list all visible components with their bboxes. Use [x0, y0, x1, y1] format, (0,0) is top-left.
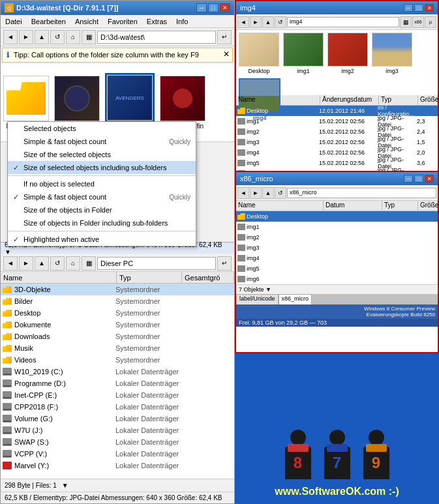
info-close-button[interactable]: ✕: [223, 50, 230, 59]
go-button[interactable]: ↵: [217, 30, 232, 44]
rcol-size[interactable]: Größe: [418, 95, 438, 105]
menu-bearbeiten[interactable]: Bearbeiten: [29, 17, 68, 26]
fwd-btn-2[interactable]: ►: [19, 256, 33, 271]
table-row[interactable]: VCPP (V:) Lokaler Datenträger: [1, 448, 234, 460]
rcol2-date[interactable]: Datum: [324, 201, 382, 211]
drive-icon: [2, 437, 12, 447]
file-icon-small: [237, 160, 245, 166]
folder-icon: [2, 343, 12, 353]
home-btn-2[interactable]: ⌂: [66, 256, 80, 271]
rb-fwd[interactable]: ►: [250, 16, 262, 28]
close-btn[interactable]: ✕: [425, 4, 434, 12]
table-row[interactable]: Videos Systemordner: [1, 354, 234, 366]
list-item[interactable]: Desktop: [236, 211, 438, 222]
table-row[interactable]: Programme (D:) Lokaler Datenträger: [1, 378, 234, 389]
rb2-fwd[interactable]: ►: [250, 187, 262, 199]
forward-button[interactable]: ►: [19, 30, 33, 44]
max-btn-2[interactable]: □: [414, 175, 423, 183]
rb-up[interactable]: ▲: [262, 16, 274, 28]
table-row[interactable]: CPP2018 (F:) Lokaler Datenträger: [1, 401, 234, 413]
menu-info[interactable]: Info: [174, 17, 190, 26]
img-desktop-item[interactable]: Desktop: [239, 33, 279, 74]
refresh-button[interactable]: ↺: [50, 30, 65, 44]
img2-item[interactable]: img2: [327, 33, 368, 74]
table-row[interactable]: 3D-Objekte Systemordner: [1, 284, 234, 295]
rb-micro[interactable]: μ: [425, 16, 436, 28]
ctx-size-selected-sub[interactable]: Size of selected objects including sub-f…: [8, 161, 196, 174]
rb2-back[interactable]: ◄: [237, 187, 249, 199]
file-type: Systemordner: [115, 297, 181, 305]
close-button[interactable]: ✕: [220, 3, 230, 12]
list-item[interactable]: img2: [236, 232, 438, 243]
ctx-size-folder-sub[interactable]: Size of objects in Folder including sub-…: [8, 216, 196, 230]
rcol2-type[interactable]: Typ: [382, 201, 418, 211]
rb-address[interactable]: img4: [287, 17, 399, 27]
table-row[interactable]: Musik Systemordner: [1, 342, 234, 354]
rb-x86[interactable]: x86: [412, 16, 424, 28]
home-button[interactable]: ⌂: [66, 30, 80, 44]
min-btn[interactable]: ─: [404, 4, 413, 12]
maximize-button[interactable]: □: [208, 3, 219, 12]
menu-ansicht[interactable]: Ansicht: [73, 17, 100, 26]
table-row[interactable]: Volume (G:) Lokaler Datenträger: [1, 413, 234, 424]
ctx-simple-fast-count[interactable]: Simple & fast object count Quickly: [8, 135, 196, 148]
back-btn-2[interactable]: ◄: [3, 256, 18, 271]
close-btn-2[interactable]: ✕: [425, 175, 434, 183]
ctx-selected-objects[interactable]: Selected objects: [8, 122, 196, 135]
tab-label-2[interactable]: label/Unicode: [236, 294, 279, 304]
table-row[interactable]: W7U (J:) Lokaler Datenträger: [1, 424, 234, 436]
list-item[interactable]: img5: [236, 263, 438, 274]
col-header-total[interactable]: Gesamtgrö: [182, 272, 234, 283]
rcol2-name[interactable]: Name: [236, 201, 324, 211]
table-row[interactable]: Marvel (Y:) Lokaler Datenträger: [1, 460, 234, 471]
dropdown-arrow[interactable]: ▼: [62, 482, 68, 489]
rcol-type[interactable]: Typ: [379, 95, 418, 105]
table-row[interactable]: Downloads Systemordner: [1, 331, 234, 342]
img3-item[interactable]: img3: [372, 33, 412, 74]
back-button[interactable]: ◄: [3, 30, 18, 44]
table-row[interactable]: Bilder Systemordner: [1, 295, 234, 307]
table-row[interactable]: Inet-CPP (E:) Lokaler Datenträger: [1, 389, 234, 401]
rcol-name[interactable]: Name: [236, 95, 320, 105]
view-btn-2[interactable]: ▦: [82, 256, 96, 271]
col-header-name[interactable]: Name: [1, 272, 117, 283]
table-row[interactable]: SWAP (S:) Lokaler Datenträger: [1, 436, 234, 448]
min-btn-2[interactable]: ─: [404, 175, 413, 183]
rb-view[interactable]: ▦: [400, 16, 412, 28]
rb-back[interactable]: ◄: [237, 16, 249, 28]
minimize-button[interactable]: ─: [196, 3, 207, 12]
max-btn[interactable]: □: [414, 4, 423, 12]
figure-head-2: [329, 430, 345, 445]
address-bar[interactable]: D:\3d-wa\test\: [97, 31, 216, 44]
up-btn-2[interactable]: ▲: [35, 256, 49, 271]
rcol-date[interactable]: Änderungsdatum: [320, 95, 379, 105]
rb2-up[interactable]: ▲: [262, 187, 274, 199]
menu-favoriten[interactable]: Favoriten: [106, 17, 140, 26]
menu-extras[interactable]: Extras: [145, 17, 169, 26]
img1-item[interactable]: img1: [283, 33, 324, 74]
menu-datei[interactable]: Datei: [3, 17, 24, 26]
ctx-size-in-folder[interactable]: Size of the objects in Folder: [8, 203, 196, 216]
ctx-simple-fast-2[interactable]: Simple & fast object count Quickly: [8, 190, 196, 203]
list-item[interactable]: img3: [236, 243, 438, 253]
col-header-type[interactable]: Typ: [117, 272, 182, 283]
tab-x86-2[interactable]: x86_micro: [279, 294, 312, 304]
table-row[interactable]: Dokumente Systemordner: [1, 319, 234, 331]
rb2-address[interactable]: x86_micro: [287, 188, 436, 198]
ctx-size-selected[interactable]: Size of the selected objects: [8, 148, 196, 161]
ctx-highlighted[interactable]: Highlighted when active: [8, 233, 196, 246]
table-row[interactable]: W10_2019 (C:) Lokaler Datenträger: [1, 366, 234, 378]
ctx-if-no-object[interactable]: If no object is selected: [8, 177, 196, 190]
list-item[interactable]: img1: [236, 222, 438, 232]
view-button[interactable]: ▦: [82, 30, 96, 44]
list-item[interactable]: img4: [236, 253, 438, 263]
rb2-refresh[interactable]: ↺: [275, 187, 286, 199]
rb-refresh[interactable]: ↺: [275, 16, 286, 28]
refresh-btn-2[interactable]: ↺: [50, 256, 65, 271]
go-btn-2[interactable]: ↵: [217, 256, 232, 271]
list-item[interactable]: img6: [236, 274, 438, 284]
address-bar-2[interactable]: Dieser PC: [97, 257, 216, 270]
up-button[interactable]: ▲: [35, 30, 49, 44]
rcol2-size[interactable]: Größe: [418, 201, 438, 211]
table-row[interactable]: Desktop Systemordner: [1, 307, 234, 319]
